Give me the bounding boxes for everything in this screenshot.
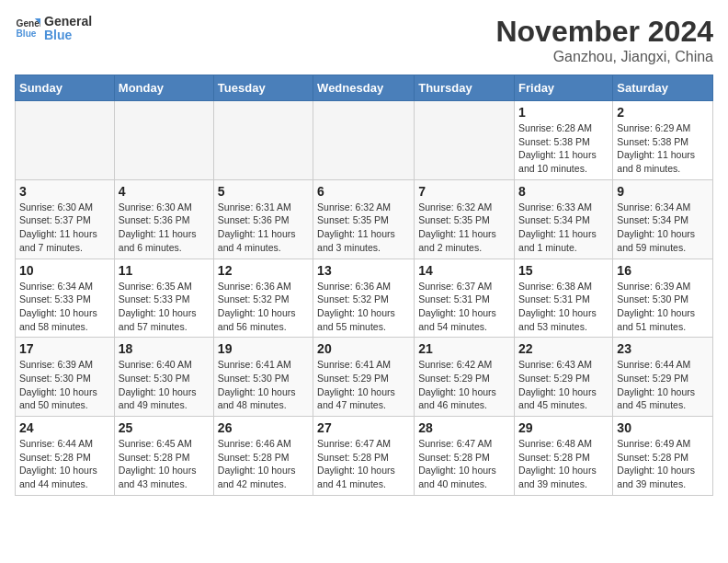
calendar-cell: 21Sunrise: 6:42 AM Sunset: 5:29 PM Dayli… [415,338,515,417]
day-number: 5 [218,184,309,199]
day-info: Sunrise: 6:35 AM Sunset: 5:33 PM Dayligh… [119,280,210,334]
weekday-header: Thursday [415,75,515,101]
calendar-cell: 7Sunrise: 6:32 AM Sunset: 5:35 PM Daylig… [415,179,515,259]
calendar-cell: 25Sunrise: 6:45 AM Sunset: 5:28 PM Dayli… [114,417,213,496]
calendar-cell: 13Sunrise: 6:36 AM Sunset: 5:32 PM Dayli… [313,259,415,338]
day-info: Sunrise: 6:39 AM Sunset: 5:30 PM Dayligh… [19,358,110,412]
day-number: 11 [119,263,210,278]
calendar-cell: 12Sunrise: 6:36 AM Sunset: 5:32 PM Dayli… [213,259,313,338]
day-number: 23 [617,341,709,356]
calendar-cell: 10Sunrise: 6:34 AM Sunset: 5:33 PM Dayli… [16,259,115,338]
day-number: 26 [218,420,309,435]
day-info: Sunrise: 6:31 AM Sunset: 5:36 PM Dayligh… [218,201,309,255]
calendar-cell: 28Sunrise: 6:47 AM Sunset: 5:28 PM Dayli… [415,417,515,496]
day-number: 27 [317,420,410,435]
calendar-cell [16,101,115,180]
weekday-header: Friday [515,75,613,101]
calendar-cell [213,101,313,180]
weekday-header: Sunday [16,75,115,101]
day-number: 21 [418,341,510,356]
calendar-cell: 16Sunrise: 6:39 AM Sunset: 5:30 PM Dayli… [613,259,713,338]
day-info: Sunrise: 6:44 AM Sunset: 5:28 PM Dayligh… [19,437,110,491]
month-year: November 2024 [495,15,713,49]
day-info: Sunrise: 6:45 AM Sunset: 5:28 PM Dayligh… [119,437,210,491]
day-info: Sunrise: 6:47 AM Sunset: 5:28 PM Dayligh… [418,437,510,491]
day-number: 13 [317,263,410,278]
day-info: Sunrise: 6:29 AM Sunset: 5:38 PM Dayligh… [617,121,709,176]
day-number: 7 [418,184,510,199]
day-number: 1 [518,105,609,120]
day-info: Sunrise: 6:46 AM Sunset: 5:28 PM Dayligh… [218,437,309,491]
calendar-cell: 26Sunrise: 6:46 AM Sunset: 5:28 PM Dayli… [213,417,313,496]
calendar-table: SundayMondayTuesdayWednesdayThursdayFrid… [15,75,713,496]
day-info: Sunrise: 6:30 AM Sunset: 5:37 PM Dayligh… [19,201,110,255]
day-number: 28 [418,420,510,435]
calendar-cell: 19Sunrise: 6:41 AM Sunset: 5:30 PM Dayli… [213,338,313,417]
calendar-cell: 17Sunrise: 6:39 AM Sunset: 5:30 PM Dayli… [16,338,115,417]
calendar-week-row: 24Sunrise: 6:44 AM Sunset: 5:28 PM Dayli… [16,417,713,496]
day-info: Sunrise: 6:34 AM Sunset: 5:33 PM Dayligh… [19,280,110,334]
calendar-cell [114,101,213,180]
day-info: Sunrise: 6:36 AM Sunset: 5:32 PM Dayligh… [218,280,309,334]
calendar-cell: 20Sunrise: 6:41 AM Sunset: 5:29 PM Dayli… [313,338,415,417]
calendar-cell: 3Sunrise: 6:30 AM Sunset: 5:37 PM Daylig… [16,179,115,259]
day-info: Sunrise: 6:30 AM Sunset: 5:36 PM Dayligh… [119,201,210,255]
calendar-cell [313,101,415,180]
day-number: 10 [19,263,110,278]
day-info: Sunrise: 6:41 AM Sunset: 5:30 PM Dayligh… [218,358,309,412]
day-info: Sunrise: 6:43 AM Sunset: 5:29 PM Dayligh… [518,358,609,412]
day-number: 14 [418,263,510,278]
day-number: 19 [218,341,309,356]
calendar-cell: 15Sunrise: 6:38 AM Sunset: 5:31 PM Dayli… [515,259,613,338]
calendar-cell: 8Sunrise: 6:33 AM Sunset: 5:34 PM Daylig… [515,179,613,259]
day-number: 2 [617,105,709,120]
day-number: 25 [119,420,210,435]
logo-icon: General Blue [15,16,40,41]
weekday-header: Tuesday [213,75,313,101]
day-number: 6 [317,184,410,199]
calendar-cell: 27Sunrise: 6:47 AM Sunset: 5:28 PM Dayli… [313,417,415,496]
logo-line1: General [44,15,92,29]
calendar-cell: 4Sunrise: 6:30 AM Sunset: 5:36 PM Daylig… [114,179,213,259]
calendar-cell: 2Sunrise: 6:29 AM Sunset: 5:38 PM Daylig… [613,101,713,180]
page-header: General Blue General Blue November 2024 … [15,15,713,65]
day-info: Sunrise: 6:32 AM Sunset: 5:35 PM Dayligh… [418,201,510,255]
day-info: Sunrise: 6:42 AM Sunset: 5:29 PM Dayligh… [418,358,510,412]
day-info: Sunrise: 6:33 AM Sunset: 5:34 PM Dayligh… [518,201,609,255]
calendar-week-row: 3Sunrise: 6:30 AM Sunset: 5:37 PM Daylig… [16,179,713,259]
calendar-cell: 1Sunrise: 6:28 AM Sunset: 5:38 PM Daylig… [515,101,613,180]
day-number: 20 [317,341,410,356]
day-number: 18 [119,341,210,356]
calendar-cell: 6Sunrise: 6:32 AM Sunset: 5:35 PM Daylig… [313,179,415,259]
calendar-week-row: 10Sunrise: 6:34 AM Sunset: 5:33 PM Dayli… [16,259,713,338]
svg-text:Blue: Blue [17,29,37,40]
calendar-cell: 14Sunrise: 6:37 AM Sunset: 5:31 PM Dayli… [415,259,515,338]
day-number: 9 [617,184,709,199]
calendar-cell: 5Sunrise: 6:31 AM Sunset: 5:36 PM Daylig… [213,179,313,259]
day-info: Sunrise: 6:44 AM Sunset: 5:29 PM Dayligh… [617,358,709,412]
day-number: 4 [119,184,210,199]
weekday-header: Monday [114,75,213,101]
location: Ganzhou, Jiangxi, China [495,49,713,65]
weekday-header: Wednesday [313,75,415,101]
day-info: Sunrise: 6:39 AM Sunset: 5:30 PM Dayligh… [617,280,709,334]
day-info: Sunrise: 6:38 AM Sunset: 5:31 PM Dayligh… [518,280,609,334]
calendar-cell: 9Sunrise: 6:34 AM Sunset: 5:34 PM Daylig… [613,179,713,259]
day-info: Sunrise: 6:47 AM Sunset: 5:28 PM Dayligh… [317,437,410,491]
day-info: Sunrise: 6:40 AM Sunset: 5:30 PM Dayligh… [119,358,210,412]
day-info: Sunrise: 6:41 AM Sunset: 5:29 PM Dayligh… [317,358,410,412]
calendar-cell: 29Sunrise: 6:48 AM Sunset: 5:28 PM Dayli… [515,417,613,496]
calendar-week-row: 17Sunrise: 6:39 AM Sunset: 5:30 PM Dayli… [16,338,713,417]
day-number: 24 [19,420,110,435]
calendar-week-row: 1Sunrise: 6:28 AM Sunset: 5:38 PM Daylig… [16,101,713,180]
day-info: Sunrise: 6:48 AM Sunset: 5:28 PM Dayligh… [518,437,609,491]
logo-line2: Blue [44,29,92,42]
day-number: 16 [617,263,709,278]
day-number: 12 [218,263,309,278]
title-block: November 2024 Ganzhou, Jiangxi, China [495,15,713,65]
day-number: 15 [518,263,609,278]
day-info: Sunrise: 6:28 AM Sunset: 5:38 PM Dayligh… [518,121,609,176]
day-info: Sunrise: 6:36 AM Sunset: 5:32 PM Dayligh… [317,280,410,334]
calendar-cell: 18Sunrise: 6:40 AM Sunset: 5:30 PM Dayli… [114,338,213,417]
calendar-cell: 30Sunrise: 6:49 AM Sunset: 5:28 PM Dayli… [613,417,713,496]
